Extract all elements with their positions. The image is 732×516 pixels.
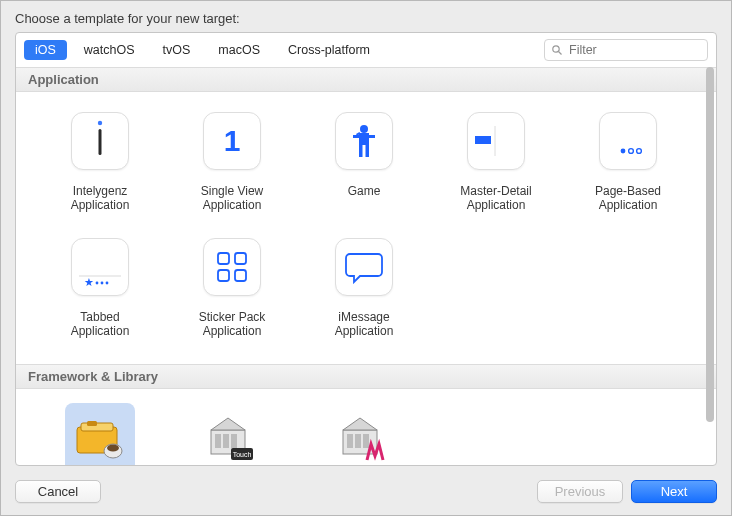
next-button[interactable]: Next xyxy=(631,480,717,503)
svg-rect-12 xyxy=(475,136,491,144)
template-label: iMessageApplication xyxy=(331,308,398,340)
svg-rect-40 xyxy=(347,434,353,448)
template-metal-library[interactable]: Metal Library xyxy=(298,399,430,465)
svg-marker-39 xyxy=(343,418,377,430)
tabbed-icon: ★ xyxy=(77,244,123,290)
template-label: Page-BasedApplication xyxy=(591,182,665,214)
svg-rect-41 xyxy=(355,434,361,448)
dialog-title: Choose a template for your new target: xyxy=(1,1,731,32)
framework-grid: Cocoa TouchFramework Touch xyxy=(16,389,716,465)
svg-line-1 xyxy=(559,52,562,55)
svg-rect-33 xyxy=(215,434,221,448)
template-game[interactable]: Game xyxy=(298,102,430,218)
svg-point-0 xyxy=(553,46,559,52)
filter-search-field[interactable] xyxy=(544,39,708,61)
platform-tab-tvos[interactable]: tvOS xyxy=(152,40,202,60)
svg-rect-34 xyxy=(223,434,229,448)
platform-tab-macos[interactable]: macOS xyxy=(207,40,271,60)
filter-input[interactable] xyxy=(567,42,701,58)
svg-text:★: ★ xyxy=(84,276,94,288)
svg-point-15 xyxy=(629,149,634,154)
template-cocoa-touch-framework[interactable]: Cocoa TouchFramework xyxy=(34,399,166,465)
svg-point-19 xyxy=(96,282,99,285)
svg-point-16 xyxy=(637,149,642,154)
svg-rect-25 xyxy=(235,270,246,281)
svg-point-30 xyxy=(107,445,119,452)
scroll-thumb[interactable] xyxy=(706,67,714,422)
game-icon xyxy=(347,121,381,161)
single-view-icon: 1 xyxy=(217,121,247,161)
cancel-button[interactable]: Cancel xyxy=(15,480,101,503)
svg-marker-32 xyxy=(211,418,245,430)
template-master-detail-application[interactable]: Master-DetailApplication xyxy=(430,102,562,218)
imessage-icon xyxy=(345,250,383,284)
template-label: IntelygenzApplication xyxy=(67,182,134,214)
platform-segmented-control: iOS watchOS tvOS macOS Cross-platform xyxy=(24,40,381,60)
template-page-based-application[interactable]: Page-BasedApplication xyxy=(562,102,694,218)
sticker-pack-icon xyxy=(215,250,249,284)
platform-tab-watchos[interactable]: watchOS xyxy=(73,40,146,60)
master-detail-icon xyxy=(475,126,517,156)
section-header-framework: Framework & Library xyxy=(16,364,716,389)
page-based-icon xyxy=(607,123,649,159)
svg-rect-9 xyxy=(359,145,363,157)
template-label: Sticker PackApplication xyxy=(195,308,270,340)
metal-library-icon xyxy=(337,412,391,464)
platform-tab-bar: iOS watchOS tvOS macOS Cross-platform xyxy=(16,33,716,67)
template-cocoa-touch-static-library[interactable]: Touch Cocoa TouchStatic Library xyxy=(166,399,298,465)
vertical-scrollbar[interactable] xyxy=(706,67,714,461)
svg-point-14 xyxy=(621,149,626,154)
template-scroll-area: Application IntelygenzApplication 1 xyxy=(16,67,716,465)
previous-button[interactable]: Previous xyxy=(537,480,623,503)
cocoa-touch-static-icon: Touch xyxy=(205,412,259,464)
filter-icon xyxy=(551,44,563,56)
intelygenz-icon xyxy=(85,119,115,163)
svg-point-5 xyxy=(360,125,368,133)
template-label: Game xyxy=(344,182,385,200)
svg-rect-24 xyxy=(218,270,229,281)
platform-tab-crossplatform[interactable]: Cross-platform xyxy=(277,40,381,60)
svg-point-20 xyxy=(101,282,104,285)
template-intelygenz-application[interactable]: IntelygenzApplication xyxy=(34,102,166,218)
svg-rect-7 xyxy=(353,135,359,138)
template-label: Master-DetailApplication xyxy=(456,182,535,214)
template-sticker-pack-application[interactable]: Sticker PackApplication xyxy=(166,228,298,344)
svg-rect-8 xyxy=(369,135,375,138)
svg-point-21 xyxy=(106,282,109,285)
template-single-view-application[interactable]: 1 Single ViewApplication xyxy=(166,102,298,218)
svg-rect-42 xyxy=(363,434,369,448)
svg-text:Touch: Touch xyxy=(233,451,252,458)
section-header-application: Application xyxy=(16,67,716,92)
svg-rect-3 xyxy=(99,129,102,155)
svg-rect-28 xyxy=(87,421,97,426)
svg-rect-35 xyxy=(231,434,237,448)
svg-rect-6 xyxy=(359,133,369,145)
cocoa-touch-framework-icon xyxy=(73,413,127,463)
svg-rect-22 xyxy=(218,253,229,264)
svg-point-2 xyxy=(98,121,102,125)
svg-rect-10 xyxy=(366,145,370,157)
platform-tab-ios[interactable]: iOS xyxy=(24,40,67,60)
template-panel: iOS watchOS tvOS macOS Cross-platform Ap… xyxy=(15,32,717,466)
template-tabbed-application[interactable]: ★ TabbedApplication xyxy=(34,228,166,344)
template-chooser-window: Choose a template for your new target: i… xyxy=(0,0,732,516)
template-label: Single ViewApplication xyxy=(197,182,267,214)
application-grid: IntelygenzApplication 1 Single ViewAppli… xyxy=(16,92,716,364)
dialog-footer: Cancel Previous Next xyxy=(1,472,731,515)
svg-text:1: 1 xyxy=(224,124,241,157)
template-imessage-application[interactable]: iMessageApplication xyxy=(298,228,430,344)
svg-rect-23 xyxy=(235,253,246,264)
template-label: TabbedApplication xyxy=(67,308,134,340)
